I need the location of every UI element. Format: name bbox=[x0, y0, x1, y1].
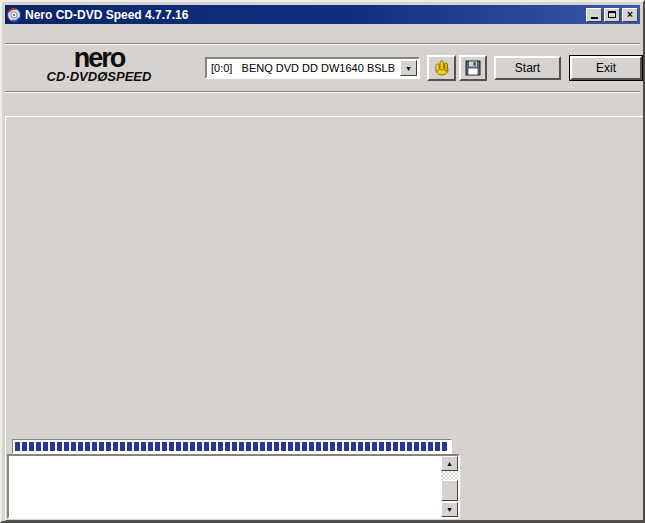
log-rows bbox=[11, 458, 439, 515]
progress-bar bbox=[12, 439, 452, 454]
titlebar: Nero CD-DVD Speed 4.7.7.16 × bbox=[5, 5, 640, 24]
log-panel: ▲ ▼ bbox=[7, 454, 460, 519]
minimize-button[interactable] bbox=[586, 8, 602, 22]
logo-nero-text: nero bbox=[19, 46, 179, 70]
start-button[interactable]: Start bbox=[494, 56, 561, 80]
triangle-down-icon: ▼ bbox=[446, 506, 453, 513]
scroll-thumb[interactable] bbox=[441, 480, 458, 501]
log-scrollbar[interactable]: ▲ ▼ bbox=[441, 456, 458, 517]
app-icon bbox=[7, 8, 21, 22]
scroll-track[interactable] bbox=[441, 471, 458, 480]
scroll-down-button[interactable]: ▼ bbox=[441, 502, 458, 517]
tab-strip bbox=[7, 94, 640, 117]
drive-select[interactable]: [0:0] BENQ DVD DD DW1640 BSLB ▼ bbox=[205, 57, 420, 79]
close-icon: × bbox=[627, 10, 633, 20]
chevron-down-icon: ▼ bbox=[405, 65, 412, 72]
maximize-button[interactable] bbox=[604, 8, 620, 22]
maximize-icon bbox=[608, 11, 616, 18]
hand-options-icon bbox=[433, 59, 451, 77]
toolbar: nero CD·DVDØSPEED [0:0] BENQ DVD DD DW16… bbox=[5, 46, 640, 91]
exit-button[interactable]: Exit bbox=[570, 56, 642, 80]
app-window: Nero CD-DVD Speed 4.7.7.16 × nero CD·DVD… bbox=[0, 0, 645, 523]
nero-logo: nero CD·DVDØSPEED bbox=[19, 46, 179, 83]
save-floppy-icon bbox=[465, 60, 481, 76]
menu-bar bbox=[5, 25, 640, 43]
progress-fill bbox=[15, 442, 449, 451]
minimize-icon bbox=[591, 17, 598, 19]
save-button[interactable] bbox=[459, 55, 487, 81]
combo-dropdown-button[interactable]: ▼ bbox=[400, 60, 417, 76]
triangle-up-icon: ▲ bbox=[446, 460, 453, 467]
window-title: Nero CD-DVD Speed 4.7.7.16 bbox=[25, 8, 586, 22]
drive-select-value: [0:0] BENQ DVD DD DW1640 BSLB bbox=[207, 62, 400, 74]
disc-glyph-icon: Ø bbox=[97, 69, 107, 84]
scroll-up-button[interactable]: ▲ bbox=[441, 456, 458, 471]
logo-subtitle: CD·DVDØSPEED bbox=[19, 70, 179, 83]
close-button[interactable]: × bbox=[622, 8, 638, 22]
separator bbox=[5, 91, 640, 93]
benchmark-chart bbox=[32, 117, 472, 439]
options-button[interactable] bbox=[427, 55, 456, 81]
